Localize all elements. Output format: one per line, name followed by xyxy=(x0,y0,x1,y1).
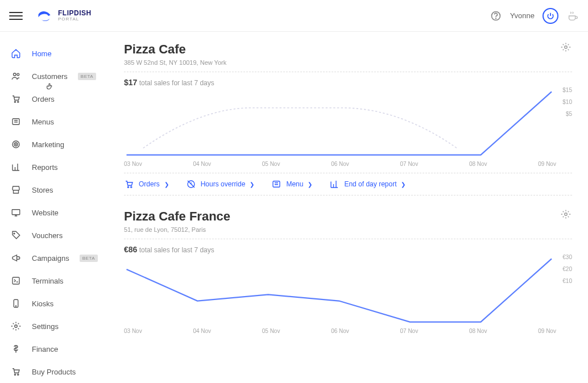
sales-chart: $15$10$5 xyxy=(124,89,572,157)
sales-summary: $17 total sales for last 7 days xyxy=(124,78,572,87)
sidebar-item-website[interactable]: Website xyxy=(0,201,114,224)
sidebar-item-settings[interactable]: Settings xyxy=(0,315,114,338)
sidebar-item-stores[interactable]: Stores xyxy=(0,178,114,201)
svg-point-20 xyxy=(131,186,132,188)
sales-chart: €30€20€10 xyxy=(124,256,572,324)
svg-point-1 xyxy=(495,18,496,18)
sidebar-item-home[interactable]: Home xyxy=(0,42,114,65)
brand-block: FLIPDISH PORTAL xyxy=(36,8,92,24)
sidebar-item-menus[interactable]: Menus xyxy=(0,110,114,133)
sidebar-item-terminals[interactable]: Terminals xyxy=(0,269,114,292)
sidebar-item-finance[interactable]: Finance xyxy=(0,338,114,360)
svg-point-4 xyxy=(14,101,15,102)
quicklink-end of day report[interactable]: End of day report ❯ xyxy=(329,179,405,189)
sidebar-item-label: Orders xyxy=(32,95,55,103)
quicklink-orders[interactable]: Orders ❯ xyxy=(124,179,169,189)
sidebar-item-label: Finance xyxy=(32,345,58,353)
user-name[interactable]: Yvonne xyxy=(510,11,535,20)
svg-point-2 xyxy=(14,73,16,76)
quicklink-label: End of day report xyxy=(344,180,396,188)
sidebar-item-label: Reports xyxy=(32,163,58,172)
terminal-icon xyxy=(10,275,22,286)
sidebar-item-label: Stores xyxy=(32,186,53,194)
help-icon[interactable] xyxy=(490,10,502,22)
svg-point-5 xyxy=(18,101,19,102)
store-card: Pizza Cafe France 51, rue de Lyon, 75012… xyxy=(124,209,572,334)
sidebar-item-marketing[interactable]: Marketing xyxy=(0,133,114,156)
hamburger-menu-button[interactable] xyxy=(9,9,23,23)
chevron-right-icon: ❯ xyxy=(250,181,254,188)
desktop-icon xyxy=(10,207,22,218)
brand-name: FLIPDISH xyxy=(58,10,92,17)
store-icon xyxy=(10,184,22,195)
divider xyxy=(124,239,572,239)
quicklink-label: Hours override xyxy=(201,180,246,188)
marketing-icon xyxy=(10,139,22,150)
sidebar-item-label: Website xyxy=(32,209,59,217)
svg-point-3 xyxy=(17,73,19,76)
svg-rect-22 xyxy=(273,181,280,188)
quick-links: Orders ❯ Hours override ❯ Menu ❯ End o xyxy=(124,173,572,195)
gear-icon[interactable] xyxy=(561,42,572,53)
sidebar-item-label: Campaigns xyxy=(32,254,69,263)
brand-subtitle: PORTAL xyxy=(58,17,92,22)
sidebar-item-buy-products[interactable]: Buy Products xyxy=(0,360,114,383)
chart-x-labels: 03 Nov04 Nov05 Nov06 Nov07 Nov08 Nov09 N… xyxy=(124,161,572,167)
main-content: Pizza Cafe 385 W 52nd St, NY 10019, New … xyxy=(114,32,588,383)
chart-icon xyxy=(329,179,339,189)
chart-x-labels: 03 Nov04 Nov05 Nov06 Nov07 Nov08 Nov09 N… xyxy=(124,328,572,334)
chart-y-labels: $15$10$5 xyxy=(562,87,572,117)
divider xyxy=(124,72,572,72)
sidebar-nav: Home Customers BETA Orders Menus Marketi… xyxy=(0,32,114,383)
sidebar-item-customers[interactable]: Customers BETA xyxy=(0,65,114,88)
sidebar-item-reports[interactable]: Reports xyxy=(0,156,114,178)
svg-rect-6 xyxy=(13,119,19,125)
quicklink-menu[interactable]: Menu ❯ xyxy=(271,179,312,189)
gear-icon xyxy=(10,320,22,332)
sidebar-item-campaigns[interactable]: Campaigns BETA xyxy=(0,247,114,269)
home-icon xyxy=(10,48,22,59)
tag-icon xyxy=(10,230,22,241)
gear-icon[interactable] xyxy=(561,209,572,220)
svg-point-14 xyxy=(15,306,16,306)
svg-point-11 xyxy=(14,233,15,234)
svg-point-16 xyxy=(14,374,15,375)
store-title: Pizza Cafe xyxy=(124,42,226,57)
quicklink-hours override[interactable]: Hours override ❯ xyxy=(186,179,255,189)
sidebar-item-label: Kiosks xyxy=(32,299,53,308)
svg-point-23 xyxy=(565,213,568,216)
store-card: Pizza Cafe 385 W 52nd St, NY 10019, New … xyxy=(124,42,572,195)
svg-rect-10 xyxy=(12,210,20,215)
sidebar-item-label: Buy Products xyxy=(32,368,76,376)
sidebar-item-label: Menus xyxy=(32,118,54,126)
clock-off-icon xyxy=(186,179,196,189)
sidebar-item-orders[interactable]: Orders xyxy=(0,88,114,110)
chevron-right-icon: ❯ xyxy=(401,181,405,188)
users-icon xyxy=(10,70,22,82)
sidebar-item-label: Vouchers xyxy=(32,231,63,240)
svg-point-18 xyxy=(565,46,568,49)
store-address: 51, rue de Lyon, 75012, Paris xyxy=(124,226,230,233)
power-icon[interactable] xyxy=(543,8,558,24)
sidebar-item-label: Home xyxy=(32,49,52,58)
chevron-right-icon: ❯ xyxy=(308,181,312,188)
sidebar-item-vouchers[interactable]: Vouchers xyxy=(0,224,114,247)
chart-icon xyxy=(10,161,22,173)
megaphone-icon xyxy=(10,252,22,264)
chart-y-labels: €30€20€10 xyxy=(562,254,572,284)
cart-icon xyxy=(10,93,22,105)
dollar-icon xyxy=(10,343,22,355)
sidebar-item-label: Terminals xyxy=(32,277,64,285)
beta-badge: BETA xyxy=(78,73,96,80)
quicklink-label: Orders xyxy=(139,180,160,188)
store-title: Pizza Cafe France xyxy=(124,209,230,224)
store-address: 385 W 52nd St, NY 10019, New York xyxy=(124,59,226,66)
sidebar-item-label: Marketing xyxy=(32,140,64,149)
menu-icon xyxy=(271,179,281,189)
tablet-icon xyxy=(10,298,22,309)
svg-point-19 xyxy=(127,186,129,188)
app-header: FLIPDISH PORTAL Yvonne xyxy=(0,0,588,32)
menu-icon xyxy=(10,116,22,127)
coffee-icon[interactable] xyxy=(566,10,579,22)
sidebar-item-kiosks[interactable]: Kiosks xyxy=(0,292,114,315)
